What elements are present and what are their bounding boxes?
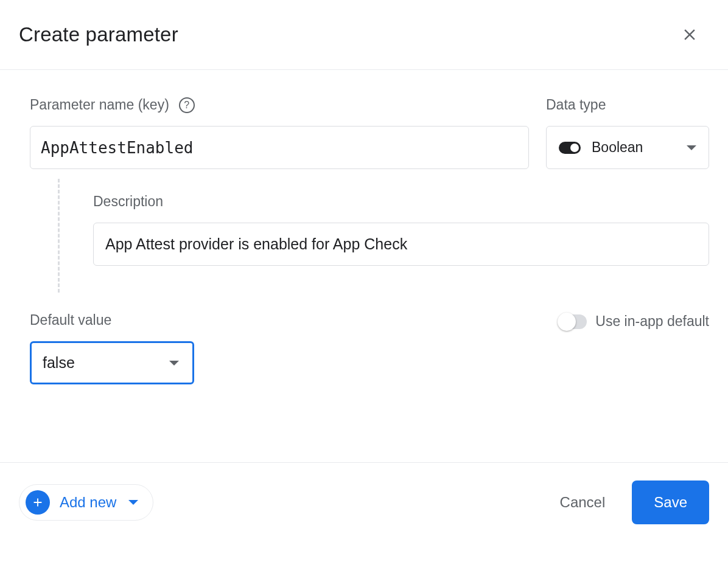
save-button[interactable]: Save [632, 480, 709, 524]
chevron-down-icon [169, 361, 179, 366]
in-app-default-label: Use in-app default [595, 313, 709, 330]
parameter-name-label-text: Parameter name (key) [30, 97, 169, 113]
plus-icon [26, 490, 50, 515]
close-button[interactable] [675, 20, 704, 49]
default-value-field: Default value false [30, 312, 194, 384]
description-section: Description [58, 179, 709, 293]
default-value-label: Default value [30, 312, 194, 328]
row-name-type: Parameter name (key) ? Data type Boolean [30, 97, 709, 169]
in-app-default-group: Use in-app default [559, 313, 709, 330]
chevron-down-icon [128, 500, 138, 505]
description-input[interactable] [93, 223, 709, 266]
in-app-default-toggle[interactable] [559, 314, 587, 329]
dialog-title: Create parameter [19, 23, 178, 46]
add-new-button[interactable]: Add new [19, 484, 153, 521]
help-icon[interactable]: ? [179, 97, 195, 113]
data-type-select[interactable]: Boolean [546, 126, 709, 169]
default-value-row: Default value false Use in-app default [30, 312, 709, 384]
close-icon [681, 26, 699, 44]
boolean-icon [559, 142, 581, 154]
dialog-header: Create parameter [0, 0, 728, 70]
parameter-name-label: Parameter name (key) ? [30, 97, 529, 113]
default-value-label-text: Default value [30, 312, 111, 328]
data-type-value: Boolean [592, 139, 643, 156]
data-type-field: Data type Boolean [546, 97, 709, 169]
description-label: Description [93, 193, 709, 210]
parameter-name-field: Parameter name (key) ? [30, 97, 529, 169]
data-type-label: Data type [546, 97, 709, 113]
data-type-label-text: Data type [546, 97, 606, 113]
cancel-button[interactable]: Cancel [560, 494, 606, 511]
footer-actions: Cancel Save [560, 480, 709, 524]
default-value-text: false [43, 354, 75, 372]
add-new-label: Add new [60, 494, 116, 511]
dialog-content: Parameter name (key) ? Data type Boolean… [0, 70, 728, 384]
parameter-name-input[interactable] [30, 126, 529, 169]
dialog-footer: Add new Cancel Save [0, 462, 728, 541]
chevron-down-icon [687, 145, 696, 150]
description-label-text: Description [93, 193, 163, 210]
default-value-select[interactable]: false [30, 341, 194, 384]
